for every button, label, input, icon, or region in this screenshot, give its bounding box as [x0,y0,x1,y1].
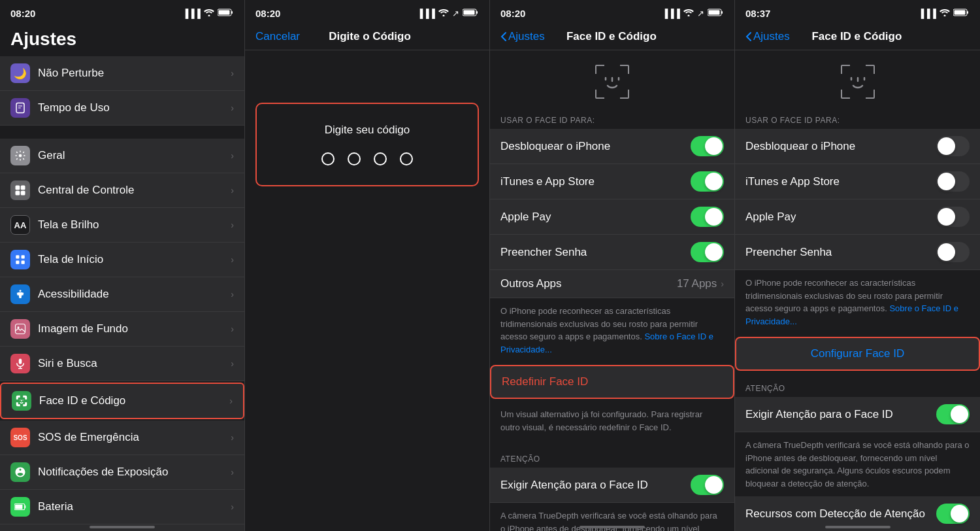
back-button[interactable]: Ajustes [745,30,790,43]
chevron-icon: › [231,185,234,196]
configure-faceid-label[interactable]: Configurar Face ID [811,347,905,360]
panel-settings: 08:20 ▐▐▐ Ajustes 🌙 [0,0,245,531]
enter-code-title: Digite o Código [329,30,411,43]
list-item[interactable]: Tempo de Uso › [0,91,244,126]
toggle-attention[interactable]: Exigir Atenção para o Face ID [490,468,734,503]
chevron-icon: › [231,467,234,477]
scrollbar [580,526,645,528]
toggle-label: Apple Pay [745,211,936,224]
configure-faceid-row[interactable]: Configurar Face ID [735,337,980,371]
status-icons-2: ▐▐▐ ↗ [417,9,479,18]
section-label-use: USAR O FACE ID PARA: [490,105,734,129]
toggle-switch[interactable] [691,475,724,495]
list-item[interactable]: Siri e Busca › [0,347,244,381]
section-attention-4: ATENÇÃO [735,373,980,397]
toggle-label: Desbloquear o iPhone [500,140,691,153]
list-item[interactable]: Geral › [0,139,244,173]
status-icons-4: ▐▐▐ [918,9,970,18]
toggle-switch[interactable] [691,242,724,262]
toggle-label: Desbloquear o iPhone [745,140,936,153]
battery-icon [708,9,724,18]
list-item[interactable]: SOS SOS de Emergência › [0,420,244,455]
toggle-itunes-4[interactable]: iTunes e App Store [735,164,980,199]
toggle-switch[interactable] [691,136,724,156]
toggle-switch[interactable] [936,207,970,227]
reset-faceid-row[interactable]: Redefinir Face ID [490,365,734,399]
list-item[interactable]: Imagem de Fundo › [0,312,244,347]
svg-rect-22 [15,505,22,509]
panel4-nav: Ajustes Face ID e Código [735,24,980,50]
svg-rect-10 [16,255,19,258]
toggle-desbloquear-iphone[interactable]: Desbloquear o iPhone [490,129,734,164]
toggle-applepay-4[interactable]: Apple Pay [735,199,980,235]
toggle-preencher-senha[interactable]: Preencher Senha [490,235,734,270]
other-apps-label: Outros Apps [500,277,677,290]
panel-enter-code: 08:20 ▐▐▐ ↗ Cancelar Digite o Código Dig… [245,0,490,531]
wifi-icon [204,9,214,18]
toggle-attention-4[interactable]: Exigir Atenção para o Face ID [735,397,980,432]
toggle-switch[interactable] [691,171,724,192]
toggle-switch[interactable] [691,207,724,227]
cancel-button[interactable]: Cancelar [255,30,300,43]
toggle-attention-label-4: Exigir Atenção para o Face ID [745,408,936,421]
toggle-label: iTunes e App Store [745,175,936,188]
toggle-switch[interactable] [936,242,970,262]
face-id-icon [12,391,31,411]
status-time-1: 08:20 [10,8,35,19]
panel-face-id-configured: 08:20 ▐▐▐ ↗ Ajustes Face ID e Código [490,0,735,531]
svg-point-31 [944,14,946,16]
signal-icon: ▐▐▐ [918,9,936,18]
chevron-icon: › [231,289,234,300]
battery-icon [953,9,970,18]
svg-rect-12 [16,261,19,264]
toggle-label: Preencher Senha [745,246,936,259]
chevron-icon: › [721,279,724,289]
toggle-features-label: Recursos com Detecção de Atenção [745,507,936,521]
toggle-label: Apple Pay [500,211,691,224]
toggle-desbloquear-4[interactable]: Desbloquear o iPhone [735,129,980,164]
toggle-switch[interactable] [936,171,970,192]
chevron-icon: › [231,358,234,369]
reset-faceid-label: Redefinir Face ID [502,375,588,388]
code-dot-4 [400,152,413,165]
chevron-icon: › [231,220,234,230]
face-id-item[interactable]: Face ID e Código › [0,383,244,419]
svg-rect-7 [21,186,25,190]
back-button[interactable]: Ajustes [500,30,545,43]
status-time-2: 08:20 [255,8,280,19]
other-apps-row[interactable]: Outros Apps 17 Apps › [490,270,734,298]
chevron-icon: › [229,396,233,406]
acessibilidade-icon [10,284,30,304]
settings-list[interactable]: 🌙 Não Perturbe › Tempo de Uso › Geral › … [0,56,244,531]
toggle-apple-pay[interactable]: Apple Pay [490,199,734,235]
code-entry-box[interactable]: Digite seu código [255,103,479,186]
nao-perturbe-icon: 🌙 [10,63,30,83]
chevron-icon: › [231,432,234,443]
chevron-icon: › [231,502,234,512]
svg-point-23 [443,14,445,16]
toggle-switch[interactable] [936,404,970,424]
list-item[interactable]: AA Tela e Brilho › [0,208,244,243]
list-item[interactable]: 🌙 Não Perturbe › [0,56,244,91]
code-prompt-label: Digite seu código [325,124,410,137]
bateria-icon [10,497,30,517]
list-item[interactable]: Notificações de Exposição › [0,455,244,490]
faceid-description-4: O iPhone pode reconhecer as característi… [735,270,980,334]
toggle-switch[interactable] [936,136,970,156]
toggle-itunes[interactable]: iTunes e App Store [490,164,734,199]
panel3-scroll[interactable]: USAR O FACE ID PARA: Desbloquear o iPhon… [490,50,734,531]
svg-point-5 [19,154,22,158]
toggle-senha-4[interactable]: Preencher Senha [735,235,980,270]
faceid-scan-icon-4 [840,63,876,100]
svg-rect-29 [721,11,723,14]
toggle-switch[interactable] [936,504,970,524]
list-item[interactable]: Tela de Início › [0,243,244,277]
list-item[interactable]: Central de Controle › [0,173,244,208]
list-item[interactable]: Bateria › [0,490,244,524]
siri-busca-label: Siri e Busca [38,357,231,370]
panel4-scroll[interactable]: USAR O FACE ID PARA: Desbloquear o iPhon… [735,50,980,531]
toggle-attention-label: Exigir Atenção para o Face ID [500,479,691,492]
list-item[interactable]: Acessibilidade › [0,277,244,312]
siri-busca-icon [10,354,30,373]
status-icons-1: ▐▐▐ [182,9,234,18]
